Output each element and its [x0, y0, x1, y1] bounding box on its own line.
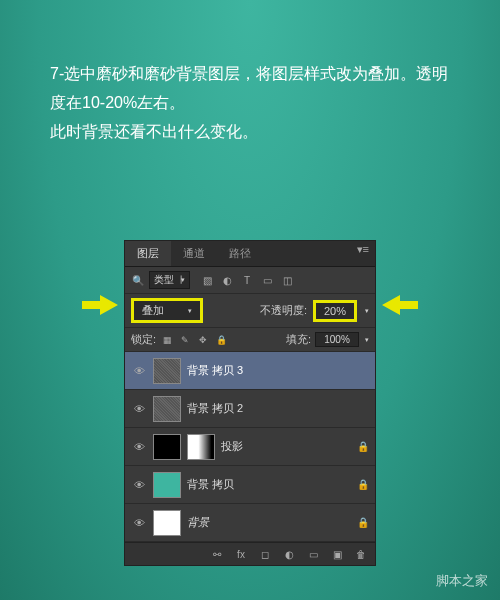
visibility-icon[interactable]: 👁	[131, 517, 147, 529]
visibility-icon[interactable]: 👁	[131, 403, 147, 415]
blend-mode-value: 叠加	[142, 303, 164, 318]
watermark: 脚本之家	[436, 572, 488, 590]
layer-name[interactable]: 背景	[187, 515, 351, 530]
layer-row[interactable]: 👁 投影 🔒	[125, 428, 375, 466]
opacity-label: 不透明度:	[260, 303, 307, 318]
svg-marker-1	[382, 295, 418, 315]
layer-thumbnail[interactable]	[153, 434, 181, 460]
fx-icon[interactable]: fx	[233, 547, 249, 561]
blend-mode-dropdown[interactable]: 叠加 ▾	[131, 298, 203, 323]
layer-thumbnail[interactable]	[153, 472, 181, 498]
filter-row: 🔍 类型 ▕▾ ▧ ◐ T ▭ ◫	[125, 267, 375, 294]
fill-value-text: 100%	[324, 334, 350, 345]
opacity-value-text: 20%	[324, 305, 346, 317]
chevron-down-icon: ▾	[188, 307, 192, 315]
annotation-arrow-right	[382, 293, 418, 317]
chevron-down-icon: ▕▾	[176, 276, 185, 284]
annotation-arrow-left	[82, 293, 118, 317]
filter-icons: ▧ ◐ T ▭ ◫	[200, 273, 294, 287]
filter-type-dropdown[interactable]: 类型 ▕▾	[149, 271, 190, 289]
watermark-text: 脚本之家	[436, 573, 488, 588]
lock-label: 锁定:	[131, 332, 156, 347]
instruction-text: 7-选中磨砂和磨砂背景图层，将图层样式改为叠加。透明度在10-20%左右。 此时…	[50, 60, 450, 146]
filter-shape-icon[interactable]: ▭	[260, 273, 274, 287]
layer-name[interactable]: 背景 拷贝 2	[187, 401, 369, 416]
tab-channels[interactable]: 通道	[171, 241, 217, 266]
panel-menu-icon[interactable]: ▾≡	[351, 241, 375, 266]
filter-adjust-icon[interactable]: ◐	[220, 273, 234, 287]
layer-row[interactable]: 👁 背景 🔒	[125, 504, 375, 542]
fill-label: 填充:	[286, 332, 311, 347]
lock-icons: ▦ ✎ ✥ 🔒	[160, 333, 228, 347]
filter-text-icon[interactable]: T	[240, 273, 254, 287]
layers-list: 👁 背景 拷贝 3 👁 背景 拷贝 2 👁 投影 🔒 👁 背景 拷贝 🔒 👁 背…	[125, 352, 375, 542]
layer-name[interactable]: 背景 拷贝	[187, 477, 351, 492]
lock-row: 锁定: ▦ ✎ ✥ 🔒 填充: 100% ▾	[125, 328, 375, 352]
fill-input[interactable]: 100%	[315, 332, 359, 347]
chevron-down-icon[interactable]: ▾	[365, 307, 369, 315]
layers-panel: 图层 通道 路径 ▾≡ 🔍 类型 ▕▾ ▧ ◐ T ▭ ◫ 叠加 ▾ 不透明度:…	[124, 240, 376, 566]
mask-icon[interactable]: ◻	[257, 547, 273, 561]
visibility-icon[interactable]: 👁	[131, 365, 147, 377]
lock-position-icon[interactable]: ✥	[196, 333, 210, 347]
lock-all-icon[interactable]: 🔒	[214, 333, 228, 347]
opacity-input[interactable]: 20%	[313, 300, 357, 322]
lock-icon: 🔒	[357, 441, 369, 452]
layer-thumbnail[interactable]	[153, 396, 181, 422]
visibility-icon[interactable]: 👁	[131, 441, 147, 453]
instruction-line2: 此时背景还看不出什么变化。	[50, 118, 450, 147]
lock-transparency-icon[interactable]: ▦	[160, 333, 174, 347]
blend-row: 叠加 ▾ 不透明度: 20% ▾	[125, 294, 375, 328]
link-layers-icon[interactable]: ⚯	[209, 547, 225, 561]
instruction-line1: 7-选中磨砂和磨砂背景图层，将图层样式改为叠加。透明度在10-20%左右。	[50, 60, 450, 118]
filter-smart-icon[interactable]: ◫	[280, 273, 294, 287]
layer-row[interactable]: 👁 背景 拷贝 3	[125, 352, 375, 390]
adjustment-icon[interactable]: ◐	[281, 547, 297, 561]
search-icon[interactable]: 🔍	[131, 273, 145, 287]
layer-thumbnail[interactable]	[153, 358, 181, 384]
visibility-icon[interactable]: 👁	[131, 479, 147, 491]
trash-icon[interactable]: 🗑	[353, 547, 369, 561]
tab-layers[interactable]: 图层	[125, 241, 171, 266]
group-icon[interactable]: ▭	[305, 547, 321, 561]
new-layer-icon[interactable]: ▣	[329, 547, 345, 561]
panel-tabs: 图层 通道 路径 ▾≡	[125, 241, 375, 267]
tab-paths[interactable]: 路径	[217, 241, 263, 266]
layer-name[interactable]: 投影	[221, 439, 351, 454]
filter-type-label: 类型	[154, 273, 174, 287]
layer-name[interactable]: 背景 拷贝 3	[187, 363, 369, 378]
lock-pixels-icon[interactable]: ✎	[178, 333, 192, 347]
svg-marker-0	[82, 295, 118, 315]
lock-icon: 🔒	[357, 517, 369, 528]
lock-icon: 🔒	[357, 479, 369, 490]
panel-bottom-bar: ⚯ fx ◻ ◐ ▭ ▣ 🗑	[125, 542, 375, 565]
filter-pixel-icon[interactable]: ▧	[200, 273, 214, 287]
layer-row[interactable]: 👁 背景 拷贝 🔒	[125, 466, 375, 504]
layer-thumbnail[interactable]	[153, 510, 181, 536]
layer-row[interactable]: 👁 背景 拷贝 2	[125, 390, 375, 428]
layer-mask-thumbnail[interactable]	[187, 434, 215, 460]
chevron-down-icon[interactable]: ▾	[365, 336, 369, 344]
